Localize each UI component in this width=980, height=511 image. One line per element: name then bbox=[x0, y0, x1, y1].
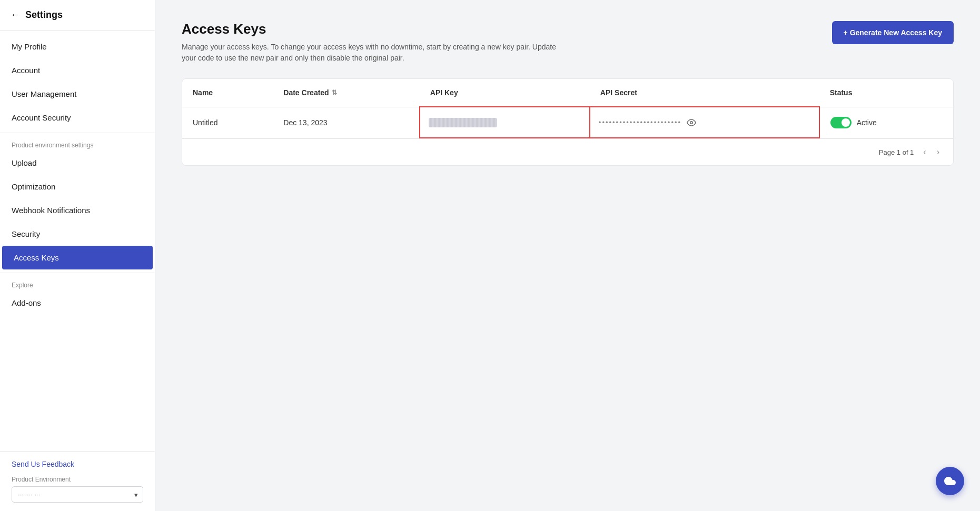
th-name: Name bbox=[182, 79, 273, 107]
pagination-prev-button[interactable]: ‹ bbox=[920, 146, 929, 158]
sidebar-section-product: Product environment settings bbox=[0, 136, 155, 151]
table-row: Untitled Dec 13, 2023 ••••••••••••••••••… bbox=[182, 107, 953, 138]
sidebar-nav: My Profile Account User Management Accou… bbox=[0, 31, 155, 451]
pagination: Page 1 of 1 ‹ › bbox=[182, 138, 953, 165]
row-date-created: Dec 13, 2023 bbox=[273, 107, 419, 138]
sidebar-item-account-security[interactable]: Account Security bbox=[0, 106, 155, 129]
access-keys-table-card: Name Date Created ⇅ API Key API Secret S… bbox=[182, 78, 954, 166]
page-description: Manage your access keys. To change your … bbox=[182, 42, 561, 64]
row-status: Active bbox=[819, 107, 953, 138]
api-secret-dots: •••••••••••••••••••••••• bbox=[599, 118, 681, 126]
table-header-row: Name Date Created ⇅ API Key API Secret S… bbox=[182, 79, 953, 107]
access-keys-table: Name Date Created ⇅ API Key API Secret S… bbox=[182, 79, 953, 138]
toggle-secret-visibility-button[interactable] bbox=[686, 117, 697, 128]
api-key-value bbox=[429, 118, 497, 127]
pagination-next-button[interactable]: › bbox=[934, 146, 943, 158]
eye-icon bbox=[687, 118, 696, 127]
sidebar-header: ← Settings bbox=[0, 0, 155, 31]
float-action-button[interactable] bbox=[936, 467, 964, 495]
cloud-icon bbox=[944, 475, 956, 487]
sidebar-section-explore: Explore bbox=[0, 276, 155, 291]
sidebar-item-upload[interactable]: Upload bbox=[0, 151, 155, 175]
feedback-link[interactable]: Send Us Feedback bbox=[12, 460, 143, 468]
env-select-wrapper: ········ ··· ▾ bbox=[12, 486, 143, 503]
th-api-secret: API Secret bbox=[590, 79, 819, 107]
th-api-key: API Key bbox=[420, 79, 590, 107]
svg-point-0 bbox=[690, 121, 693, 124]
pagination-text: Page 1 of 1 bbox=[879, 148, 914, 156]
back-button[interactable]: ← bbox=[11, 9, 20, 21]
sidebar-item-add-ons[interactable]: Add-ons bbox=[0, 291, 155, 315]
sidebar-item-optimization[interactable]: Optimization bbox=[0, 175, 155, 198]
row-api-key bbox=[420, 107, 590, 138]
page-header-left: Access Keys Manage your access keys. To … bbox=[182, 21, 561, 64]
env-label: Product Environment bbox=[12, 476, 143, 483]
th-status: Status bbox=[819, 79, 953, 107]
generate-new-access-key-button[interactable]: + Generate New Access Key bbox=[832, 21, 954, 44]
status-label: Active bbox=[857, 118, 877, 127]
sidebar: ← Settings My Profile Account User Manag… bbox=[0, 0, 155, 511]
th-date-created[interactable]: Date Created ⇅ bbox=[273, 79, 419, 107]
sidebar-item-access-keys[interactable]: Access Keys bbox=[2, 246, 153, 269]
sidebar-item-user-management[interactable]: User Management bbox=[0, 82, 155, 106]
env-select[interactable]: ········ ··· bbox=[12, 486, 143, 503]
sidebar-item-security[interactable]: Security bbox=[0, 222, 155, 246]
page-header: Access Keys Manage your access keys. To … bbox=[182, 21, 954, 64]
sidebar-item-my-profile[interactable]: My Profile bbox=[0, 35, 155, 58]
sidebar-divider-2 bbox=[0, 273, 155, 273]
status-cell: Active bbox=[830, 117, 943, 128]
sort-icon: ⇅ bbox=[332, 89, 337, 96]
sidebar-item-account[interactable]: Account bbox=[0, 58, 155, 82]
main-content: Access Keys Manage your access keys. To … bbox=[155, 0, 980, 511]
toggle-knob bbox=[842, 118, 850, 127]
sidebar-footer: Send Us Feedback Product Environment ···… bbox=[0, 451, 155, 511]
row-api-secret: •••••••••••••••••••••••• bbox=[590, 107, 819, 138]
table-wrapper: Name Date Created ⇅ API Key API Secret S… bbox=[182, 79, 953, 138]
sidebar-item-webhook-notifications[interactable]: Webhook Notifications bbox=[0, 198, 155, 222]
sidebar-divider-1 bbox=[0, 133, 155, 133]
status-toggle[interactable] bbox=[830, 117, 852, 128]
page-title: Access Keys bbox=[182, 21, 561, 37]
row-name: Untitled bbox=[182, 107, 273, 138]
sidebar-title: Settings bbox=[25, 9, 63, 21]
